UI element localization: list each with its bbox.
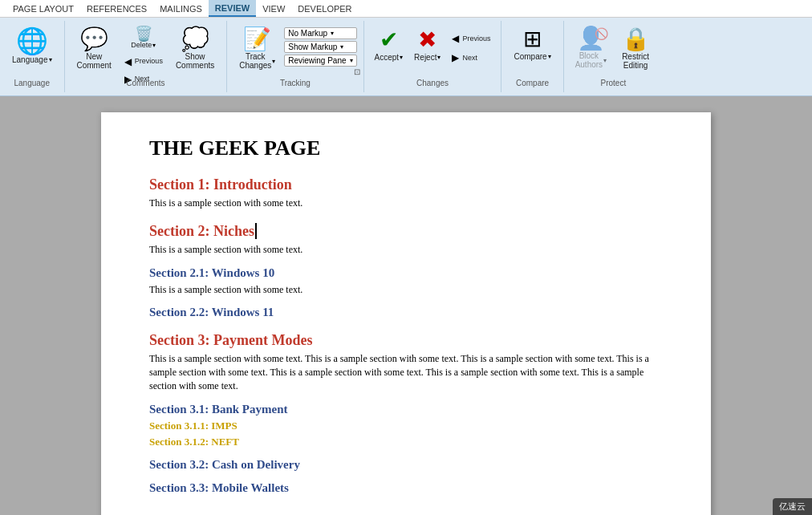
new-comment-icon: 💬 xyxy=(80,28,108,51)
section-21-text: This is a sample section with some text. xyxy=(149,283,663,297)
delete-icon: 🗑️ xyxy=(135,26,152,41)
ribbon-group-comments: 💬 NewComment 🗑️ Delete ▾ ◀ Prev xyxy=(65,21,228,92)
menu-mailings[interactable]: MAILINGS xyxy=(153,0,209,17)
compare-button[interactable]: ⊞ Compare ▾ xyxy=(508,24,556,65)
section-1-text: This is a sample section with some text. xyxy=(149,197,663,210)
section-32-heading: Section 3.2: Cash on Delivery xyxy=(149,458,663,472)
no-markup-dropdown[interactable]: No Markup ▾ xyxy=(284,27,356,39)
show-markup-arrow-icon: ▾ xyxy=(340,43,343,51)
reviewing-pane-arrow-icon: ▾ xyxy=(350,57,353,64)
language-icon: 🌐 xyxy=(16,28,48,54)
language-button[interactable]: 🌐 Language ▾ xyxy=(6,24,58,68)
accept-label: Accept xyxy=(375,53,400,62)
previous-change-button[interactable]: ◀ Previous xyxy=(448,30,494,47)
no-markup-label: No Markup xyxy=(288,29,327,38)
accept-button[interactable]: ✔ Accept ▾ xyxy=(371,24,408,64)
section-2-text: This is a sample section with some text. xyxy=(149,243,663,257)
delete-button[interactable]: 🗑️ Delete ▾ xyxy=(120,24,167,52)
reviewing-pane-dropdown[interactable]: Reviewing Pane ▾ xyxy=(284,55,356,67)
section-1-heading: Section 1: Introduction xyxy=(149,176,663,193)
language-label: Language xyxy=(12,55,48,64)
show-comments-icon: 💭 xyxy=(181,28,209,51)
tracking-group-label: Tracking xyxy=(227,79,363,87)
compare-arrow-icon: ▾ xyxy=(548,53,551,60)
document-page[interactable]: THE GEEK PAGE Section 1: Introduction Th… xyxy=(101,112,711,515)
track-changes-label: TrackChanges xyxy=(239,52,271,70)
menu-bar: PAGE LAYOUT REFERENCES MAILINGS REVIEW V… xyxy=(0,0,812,18)
show-markup-dropdown[interactable]: Show Markup ▾ xyxy=(284,41,356,53)
show-comments-button[interactable]: 💭 ShowComments xyxy=(170,24,220,74)
no-markup-arrow-icon: ▾ xyxy=(331,30,334,37)
track-changes-icon: 📝 xyxy=(243,28,271,51)
block-authors-button[interactable]: 👤 🚫 BlockAuthors ▾ xyxy=(570,24,611,72)
restrict-editing-label: RestrictEditing xyxy=(622,52,649,70)
section-33-heading: Section 3.3: Mobile Wallets xyxy=(149,481,663,495)
menu-view[interactable]: VIEW xyxy=(256,0,291,17)
menu-review[interactable]: REVIEW xyxy=(209,0,256,17)
reject-arrow-icon: ▾ xyxy=(437,54,441,61)
track-changes-button[interactable]: 📝 TrackChanges ▾ xyxy=(233,24,281,74)
accept-icon: ✔ xyxy=(380,26,398,53)
ribbon-group-protect: 👤 🚫 BlockAuthors ▾ 🔒 RestrictEditing Pro… xyxy=(564,21,663,92)
block-authors-label: BlockAuthors xyxy=(575,51,603,69)
section-3-heading: Section 3: Payment Modes xyxy=(149,332,663,349)
section-31-heading: Section 3.1: Bank Payment xyxy=(149,403,663,416)
show-markup-label: Show Markup xyxy=(288,43,337,51)
next-change-button[interactable]: ▶ Next xyxy=(448,50,494,66)
document-area: THE GEEK PAGE Section 1: Introduction Th… xyxy=(0,96,812,515)
ribbon-group-language: 🌐 Language ▾ Language xyxy=(0,21,65,92)
ribbon: 🌐 Language ▾ Language 💬 NewComment 🗑️ xyxy=(0,18,812,96)
next-change-icon: ▶ xyxy=(452,52,459,63)
protect-group-label: Protect xyxy=(564,79,663,87)
menu-developer[interactable]: DEVELOPER xyxy=(291,0,358,17)
compare-group-label: Compare xyxy=(501,79,562,87)
restrict-editing-button[interactable]: 🔒 RestrictEditing xyxy=(615,24,656,74)
reject-icon: ✖ xyxy=(418,26,436,53)
compare-label: Compare xyxy=(514,52,546,61)
restrict-editing-icon: 🔒 xyxy=(622,28,650,51)
menu-page-layout[interactable]: PAGE LAYOUT xyxy=(6,0,80,17)
comments-group-label: Comments xyxy=(65,79,227,87)
previous-comment-button[interactable]: ◀ Previous xyxy=(120,54,167,70)
delete-arrow-icon: ▾ xyxy=(152,42,156,49)
block-authors-arrow-icon: ▾ xyxy=(603,57,607,64)
compare-icon: ⊞ xyxy=(523,28,542,51)
accept-arrow-icon: ▾ xyxy=(400,54,403,61)
show-comments-label: ShowComments xyxy=(176,52,214,70)
document-title: THE GEEK PAGE xyxy=(149,136,663,160)
section-3-text: This is a sample section with some text.… xyxy=(149,352,663,392)
section-2-heading: Section 2: Niches xyxy=(149,223,663,240)
ribbon-group-tracking: 📝 TrackChanges ▾ No Markup ▾ Show Markup… xyxy=(227,21,363,92)
language-group-label: Language xyxy=(0,79,64,87)
section-21-heading: Section 2.1: Windows 10 xyxy=(149,266,663,280)
menu-references[interactable]: REFERENCES xyxy=(80,0,153,17)
new-comment-label: NewComment xyxy=(77,52,112,70)
reject-button[interactable]: ✖ Reject ▾ xyxy=(410,24,445,64)
previous-change-icon: ◀ xyxy=(452,33,459,44)
previous-comment-label: Previous xyxy=(135,57,163,66)
previous-change-label: Previous xyxy=(462,34,490,43)
previous-icon: ◀ xyxy=(124,56,132,67)
watermark: 亿速云 xyxy=(773,498,812,515)
section-311-heading: Section 3.1.1: IMPS xyxy=(149,420,663,432)
ribbon-group-changes: ✔ Accept ▾ ✖ Reject ▾ ◀ Previous xyxy=(364,21,502,92)
new-comment-button[interactable]: 💬 NewComment xyxy=(71,24,117,74)
section-22-heading: Section 2.2: Windows 11 xyxy=(149,306,663,319)
language-arrow-icon: ▾ xyxy=(49,56,52,63)
section-312-heading: Section 3.1.2: NEFT xyxy=(149,436,663,448)
reject-label: Reject xyxy=(414,53,436,62)
tracking-collapse-icon[interactable]: ⊡ xyxy=(354,67,360,76)
reviewing-pane-label: Reviewing Pane xyxy=(288,56,346,65)
ribbon-group-compare: ⊞ Compare ▾ Compare xyxy=(501,21,563,92)
delete-label: Delete xyxy=(131,41,152,50)
block-icon: 🚫 xyxy=(595,27,608,40)
next-change-label: Next xyxy=(462,54,477,63)
changes-group-label: Changes xyxy=(364,79,501,87)
track-changes-arrow-icon: ▾ xyxy=(272,58,275,65)
